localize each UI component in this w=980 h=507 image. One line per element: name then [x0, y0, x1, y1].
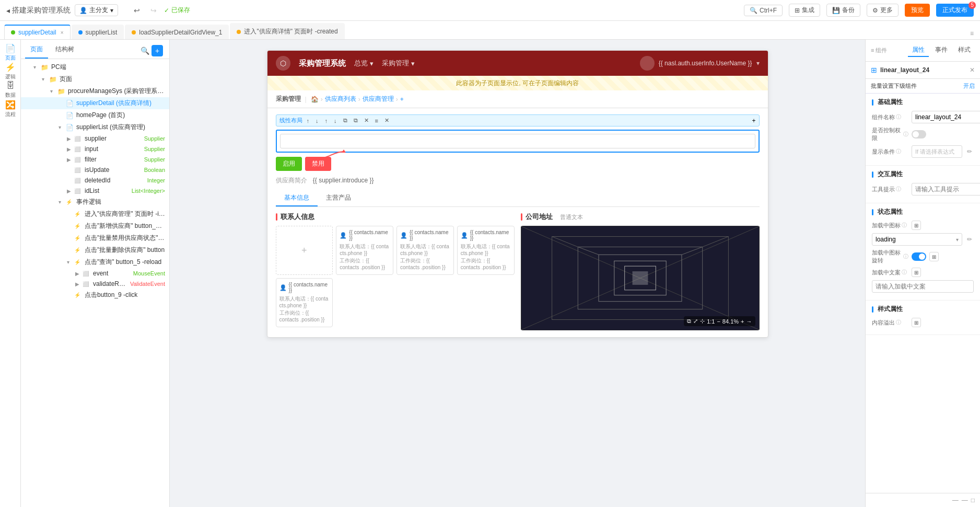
search-button[interactable]: 🔍 Ctrl+F	[744, 5, 783, 16]
tooltip-input[interactable]	[912, 183, 980, 195]
arrow-icon[interactable]: ▾	[67, 259, 74, 265]
arrow-icon[interactable]: ▾	[50, 88, 57, 94]
close-panel-icon[interactable]: ✕	[970, 66, 975, 74]
backup-button[interactable]: 💾 备份	[826, 4, 860, 17]
integrate-button[interactable]: ⊞ 集成	[789, 4, 820, 17]
tree-item-validate[interactable]: ▶ ⬜ validateResult ValidateEvent	[21, 279, 169, 289]
comp-tool-paste[interactable]: ⧉	[352, 117, 360, 124]
loading-select-edit[interactable]: ✏	[965, 235, 974, 244]
breadcrumb-add-icon[interactable]: +	[400, 96, 404, 103]
arrow-icon[interactable]: ▶	[67, 146, 74, 152]
tab-attributes[interactable]: 属性	[908, 44, 929, 57]
undo-button[interactable]: ↩	[131, 4, 143, 17]
arrow-icon[interactable]: ▾	[33, 64, 41, 70]
canvas-container[interactable]: ⬡ 采购管理系统 总览 ▾ 采购管理 ▾	[170, 40, 865, 507]
batch-toggle-btn[interactable]: 开启	[963, 82, 975, 90]
tree-item-deletedid[interactable]: ⬜ deletedId Integer	[21, 175, 169, 186]
arrow-icon[interactable]: ▶	[75, 271, 83, 276]
loading-text-input[interactable]	[872, 280, 974, 293]
breadcrumb-link2[interactable]: 供应商管理	[363, 95, 394, 103]
display-expr-edit[interactable]: ✏	[965, 147, 974, 156]
enable-button[interactable]: 启用	[276, 157, 302, 171]
redo-button[interactable]: ↪	[147, 4, 160, 17]
tree-item-idlist[interactable]: ▶ ⬜ idList List<Integer>	[21, 186, 169, 196]
tree-item-isupdate[interactable]: ⬜ isUpdate Boolean	[21, 165, 169, 175]
tab-styles[interactable]: 样式	[954, 44, 975, 57]
comp-tool-copy[interactable]: ⧉	[341, 117, 349, 124]
comp-tool-up1[interactable]: ↑	[305, 117, 312, 124]
tab-close-supplier-detail[interactable]: ×	[61, 30, 64, 36]
arrow-icon[interactable]: ▶	[67, 136, 74, 142]
comp-tool-add[interactable]: +	[752, 117, 755, 124]
permission-toggle[interactable]	[912, 130, 926, 139]
comp-tool-delete[interactable]: ✕	[382, 117, 391, 124]
sidebar-item-logic[interactable]: ⚡ 逻辑	[2, 63, 19, 79]
comp-name-input[interactable]	[912, 111, 980, 123]
tree-item-supplier-list[interactable]: ▾ 📄 supplierList (供应商管理)	[21, 121, 169, 133]
tree-item-event-disable[interactable]: ⚡ 点击"批量禁用供应商状态" bu	[21, 232, 169, 244]
tab-menu-icon[interactable]: ≡	[968, 28, 976, 39]
overflow-icon-btn[interactable]: ⊞	[912, 318, 921, 327]
sidebar-tab-page[interactable]: 页面	[25, 43, 48, 59]
sidebar-tab-structure[interactable]: 结构树	[50, 43, 79, 59]
expand-icon[interactable]: ⤢	[693, 318, 698, 325]
plus-icon[interactable]: +	[741, 318, 744, 325]
tab-supplier-list[interactable]: supplierList	[72, 25, 124, 39]
tree-item-pc[interactable]: ▾ 📁 PC端	[21, 61, 169, 73]
tree-item-pages[interactable]: ▾ 📁 页面	[21, 73, 169, 85]
minus-icon[interactable]: −	[717, 318, 720, 325]
tab-load-supplier[interactable]: loadSupplierDetailGridView_1	[125, 25, 229, 39]
tree-item-input-var[interactable]: ▶ ⬜ input Supplier	[21, 144, 169, 154]
comp-tool-down1[interactable]: ↓	[313, 117, 321, 124]
tree-item-events[interactable]: ▾ ⚡ 事件逻辑	[21, 196, 169, 208]
tab-events[interactable]: 事件	[931, 44, 952, 57]
contact-card-add[interactable]: +	[276, 226, 333, 275]
tree-item-homepage[interactable]: 📄 homePage (首页)	[21, 109, 169, 121]
spin-toggle[interactable]	[912, 252, 926, 261]
comp-tool-more[interactable]: ≡	[373, 117, 380, 124]
tab-basic-info[interactable]: 基本信息	[276, 190, 318, 206]
tree-item-supplier-detail[interactable]: 📄 supplierDetail (供应商详情)	[21, 97, 169, 109]
arrow-icon[interactable]: ▾	[59, 199, 66, 205]
tree-item-supplier-var[interactable]: ▶ ⬜ supplier Supplier	[21, 133, 169, 144]
arrow-icon[interactable]: ▾	[42, 76, 49, 82]
display-expr-field[interactable]: If 请选择表达式	[912, 145, 962, 158]
comp-tool-down2[interactable]: ↓	[332, 117, 339, 124]
sidebar-item-data[interactable]: 🗄 数据	[2, 82, 19, 98]
loading-select[interactable]: loading ▾	[872, 233, 962, 246]
spin-icon-btn[interactable]: ⊞	[929, 252, 939, 261]
search-small-icon[interactable]: 🔍	[141, 47, 149, 55]
tab-supplier-detail[interactable]: supplierDetail ×	[4, 25, 71, 39]
back-button[interactable]: ◂ 搭建采购管理系统	[6, 6, 71, 15]
breadcrumb-link1[interactable]: 供应商列表	[325, 95, 356, 103]
nav-item-overview[interactable]: 总览 ▾	[354, 59, 374, 68]
tree-item-event-delete[interactable]: ⚡ 点击"批量删除供应商" button	[21, 244, 169, 256]
tree-item-event-mouse[interactable]: ▶ ⬜ event MouseEvent	[21, 268, 169, 279]
arrow-icon[interactable]: ▶	[67, 188, 74, 194]
tab-enter-supplier[interactable]: 进入"供应商详情" 页面时 -created	[230, 23, 344, 39]
sidebar-add-button[interactable]: +	[151, 45, 163, 56]
loading-icon-btn[interactable]: ⊞	[912, 221, 921, 230]
tree-item-event-add[interactable]: ⚡ 点击"新增供应商" button_6 -c	[21, 220, 169, 232]
collapse-icon-2[interactable]: —	[962, 497, 968, 504]
tree-item-sys[interactable]: ▾ 📁 procureManageSys (采购管理系统)	[21, 85, 169, 97]
arrow-icon[interactable]: ▾	[59, 124, 66, 130]
collapse-icon-3[interactable]: □	[971, 497, 975, 504]
search-input-field[interactable]	[280, 134, 755, 148]
copy-icon[interactable]: ⧉	[687, 318, 691, 325]
comp-tool-close[interactable]: ✕	[362, 117, 371, 124]
preview-button[interactable]: 预览	[905, 4, 930, 17]
arrow-right-icon[interactable]: →	[746, 318, 752, 325]
more-button[interactable]: ⚙ 更多	[867, 4, 899, 17]
sidebar-item-flow[interactable]: 🔀 流程	[2, 100, 19, 117]
tree-item-event-btn9[interactable]: ⚡ 点击button_9 -click	[21, 289, 169, 301]
branch-button[interactable]: 👤 主分支 ▾	[75, 4, 118, 16]
nav-item-purchase[interactable]: 采购管理 ▾	[382, 59, 415, 68]
loading-text-icon-btn[interactable]: ⊞	[912, 268, 921, 277]
arrow-icon[interactable]: ▶	[67, 157, 74, 163]
publish-button[interactable]: 正式发布 5	[936, 4, 974, 17]
arrow-icon[interactable]: ▶	[75, 281, 83, 287]
tab-main-product[interactable]: 主营产品	[318, 190, 359, 206]
collapse-icon-1[interactable]: —	[952, 497, 959, 504]
tree-item-event-query[interactable]: ▾ ⚡ 点击"查询" button_5 -reload	[21, 256, 169, 268]
